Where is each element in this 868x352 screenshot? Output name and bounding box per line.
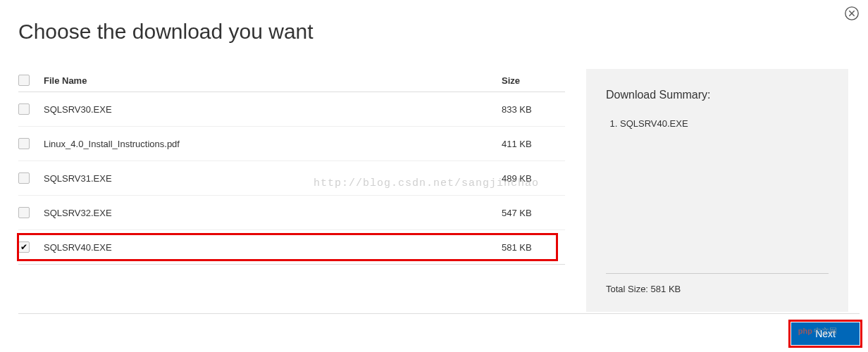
file-checkbox[interactable] (18, 138, 30, 149)
next-button[interactable]: Next (791, 322, 860, 345)
file-name: Linux_4.0_Install_Instructions.pdf (39, 139, 502, 149)
file-size: 833 KB (502, 104, 565, 115)
file-size: 581 KB (502, 242, 565, 253)
total-size: Total Size: 581 KB (606, 284, 829, 294)
column-header-name[interactable]: File Name (39, 75, 502, 86)
table-row: Linux_4.0_Install_Instructions.pdf411 KB (18, 127, 565, 161)
file-name: SQLSRV32.EXE (39, 208, 502, 218)
table-row: SQLSRV40.EXE581 KB (18, 230, 565, 265)
download-summary-panel: Download Summary: SQLSRV40.EXE Total Siz… (586, 69, 848, 312)
table-row: SQLSRV30.EXE833 KB (18, 92, 565, 127)
table-header-row: File Name Size (18, 69, 565, 92)
column-header-size[interactable]: Size (502, 75, 565, 86)
file-name: SQLSRV31.EXE (39, 173, 502, 184)
page-title: Choose the download you want (18, 20, 850, 44)
table-row: SQLSRV31.EXE489 KB (18, 161, 565, 196)
file-size: 547 KB (502, 208, 565, 218)
summary-title: Download Summary: (606, 89, 829, 101)
file-checkbox[interactable] (18, 172, 30, 184)
file-checkbox[interactable] (18, 241, 30, 253)
bottom-bar: Next (18, 313, 860, 348)
file-size: 411 KB (502, 139, 565, 149)
summary-list: SQLSRV40.EXE (606, 118, 829, 129)
file-size: 489 KB (502, 173, 565, 184)
file-checkbox[interactable] (18, 103, 30, 115)
summary-item: SQLSRV40.EXE (620, 118, 829, 129)
select-all-checkbox[interactable] (18, 75, 30, 86)
file-name: SQLSRV40.EXE (39, 242, 502, 253)
file-name: SQLSRV30.EXE (39, 104, 502, 115)
table-row: SQLSRV32.EXE547 KB (18, 196, 565, 230)
close-icon[interactable] (844, 6, 860, 21)
file-table: File Name Size SQLSRV30.EXE833 KBLinux_4… (18, 69, 565, 312)
summary-divider (606, 273, 829, 274)
file-checkbox[interactable] (18, 207, 30, 218)
